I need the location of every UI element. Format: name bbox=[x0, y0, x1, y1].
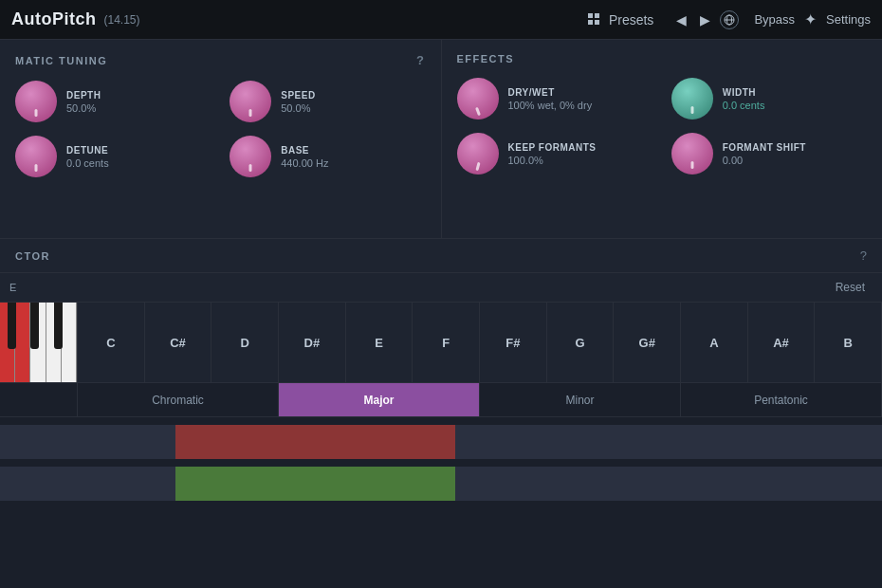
note-label-Dsharp: D# bbox=[304, 336, 321, 350]
effects-knobs: DRY/WET 100% wet, 0% dry WIDTH 0.0 cents bbox=[457, 78, 868, 175]
width-knob[interactable] bbox=[671, 78, 713, 119]
bar-fill-red bbox=[175, 425, 455, 459]
top-panels: MATIC TUNING ? DEPTH 50.0% bbox=[0, 40, 882, 239]
settings-button[interactable]: Settings bbox=[826, 12, 871, 27]
note-key-Fsharp[interactable]: F# bbox=[480, 303, 547, 382]
note-key-G[interactable]: G bbox=[547, 303, 615, 382]
current-key: E bbox=[9, 282, 28, 293]
grid-icon bbox=[588, 13, 601, 27]
effects-title: EFFECTS bbox=[457, 53, 868, 64]
scale-btn-major[interactable]: Major bbox=[279, 383, 480, 416]
presets-label: Presets bbox=[609, 12, 653, 28]
note-key-C[interactable]: C bbox=[78, 303, 145, 382]
note-label-Gsharp: G# bbox=[639, 336, 655, 350]
formantshift-label: FORMANT SHIFT bbox=[723, 142, 806, 153]
app-version: (14.15) bbox=[104, 13, 140, 27]
corrector-section: CTOR ? E Reset bbox=[0, 239, 882, 588]
note-key-D[interactable]: D bbox=[211, 303, 279, 382]
note-key-Gsharp[interactable]: G# bbox=[614, 303, 681, 382]
note-keys: CC#DD#EFF#GG#AA#B bbox=[78, 303, 882, 382]
bottom-bars bbox=[0, 417, 882, 588]
drywet-label: DRY/WET bbox=[508, 87, 593, 98]
note-key-Csharp[interactable]: C# bbox=[145, 303, 212, 382]
base-knob[interactable] bbox=[230, 136, 271, 177]
drywet-knob-item: DRY/WET 100% wet, 0% dry bbox=[457, 78, 652, 119]
tuning-panel: MATIC TUNING ? DEPTH 50.0% bbox=[0, 40, 442, 238]
svg-rect-0 bbox=[588, 13, 593, 18]
detune-value: 0.0 cents bbox=[66, 157, 109, 169]
base-label: BASE bbox=[281, 145, 328, 156]
detune-label: DETUNE bbox=[66, 145, 109, 156]
key-row: E Reset bbox=[0, 273, 882, 303]
reset-button[interactable]: Reset bbox=[828, 279, 873, 296]
scale-row: ChromaticMajorMinorPentatonic bbox=[0, 383, 882, 417]
note-label-G: G bbox=[575, 336, 584, 350]
svg-rect-3 bbox=[595, 20, 599, 25]
note-label-B: B bbox=[844, 336, 853, 350]
speed-value: 50.0% bbox=[281, 102, 315, 114]
formantshift-knob-item: FORMANT SHIFT 0.00 bbox=[671, 133, 867, 175]
bar-row-1 bbox=[0, 425, 882, 459]
scale-buttons: ChromaticMajorMinorPentatonic bbox=[78, 383, 882, 416]
tuning-knobs: DEPTH 50.0% SPEED 50.0% bbox=[15, 81, 426, 177]
nav-prev[interactable]: ◀ bbox=[672, 10, 690, 29]
width-knob-item: WIDTH 0.0 cents bbox=[671, 78, 867, 119]
note-key-F[interactable]: F bbox=[413, 303, 480, 382]
depth-knob-item: DEPTH 50.0% bbox=[15, 81, 211, 122]
speed-knob[interactable] bbox=[230, 81, 271, 122]
formants-value: 100.0% bbox=[508, 155, 597, 166]
width-value: 0.0 cents bbox=[723, 100, 765, 111]
bar-row-2 bbox=[0, 467, 882, 501]
base-value: 440.00 Hz bbox=[281, 157, 328, 169]
presets-button[interactable]: Presets bbox=[588, 12, 653, 28]
corrector-header: CTOR ? bbox=[0, 239, 882, 273]
main-content: MATIC TUNING ? DEPTH 50.0% bbox=[0, 40, 882, 588]
corrector-help[interactable]: ? bbox=[860, 248, 867, 263]
base-knob-item: BASE 440.00 Hz bbox=[230, 136, 425, 177]
depth-value: 50.0% bbox=[66, 102, 101, 114]
formants-label: KEEP FORMANTS bbox=[508, 142, 597, 153]
note-label-C: C bbox=[106, 336, 115, 350]
scale-btn-minor[interactable]: Minor bbox=[480, 383, 681, 416]
bypass-button[interactable]: Bypass bbox=[754, 12, 795, 27]
fork-icon[interactable]: ✦ bbox=[804, 10, 817, 28]
note-key-Asharp[interactable]: A# bbox=[748, 303, 816, 382]
effects-panel: EFFECTS DRY/WET 100% wet, 0% dry bbox=[442, 40, 883, 238]
speed-knob-item: SPEED 50.0% bbox=[230, 81, 425, 122]
corrector-title: CTOR bbox=[15, 250, 50, 262]
depth-label: DEPTH bbox=[66, 90, 101, 101]
nav-globe[interactable] bbox=[720, 10, 739, 29]
drywet-knob[interactable] bbox=[457, 78, 499, 119]
bar-fill-green bbox=[175, 467, 455, 501]
scale-btn-pentatonic[interactable]: Pentatonic bbox=[681, 383, 882, 416]
formantshift-knob[interactable] bbox=[671, 133, 713, 175]
svg-rect-1 bbox=[595, 13, 599, 18]
detune-knob[interactable] bbox=[15, 136, 57, 177]
piano-keys-area: CC#DD#EFF#GG#AA#B bbox=[0, 303, 882, 383]
note-label-D: D bbox=[240, 336, 248, 350]
formants-knob-item: KEEP FORMANTS 100.0% bbox=[457, 133, 652, 175]
note-key-Dsharp[interactable]: D# bbox=[279, 303, 346, 382]
header: AutoPitch (14.15) Presets ◀ ▶ Bypass ✦ S… bbox=[0, 0, 882, 40]
note-label-E: E bbox=[375, 336, 383, 350]
tuning-help[interactable]: ? bbox=[416, 53, 425, 67]
app-title: AutoPitch bbox=[11, 9, 97, 29]
svg-rect-2 bbox=[588, 20, 593, 25]
width-label: WIDTH bbox=[723, 87, 765, 98]
formantshift-value: 0.00 bbox=[723, 155, 806, 166]
header-nav: ◀ ▶ bbox=[672, 10, 739, 29]
corrector-body: E Reset bbox=[0, 273, 882, 588]
formants-knob[interactable] bbox=[457, 133, 499, 175]
note-key-B[interactable]: B bbox=[815, 303, 882, 382]
speed-label: SPEED bbox=[281, 90, 315, 101]
note-key-E[interactable]: E bbox=[346, 303, 413, 382]
piano-graphic bbox=[0, 303, 78, 382]
scale-btn-chromatic[interactable]: Chromatic bbox=[78, 383, 279, 416]
depth-knob[interactable] bbox=[15, 81, 57, 122]
nav-next[interactable]: ▶ bbox=[696, 10, 714, 29]
drywet-value: 100% wet, 0% dry bbox=[508, 100, 593, 111]
note-label-Csharp: C# bbox=[170, 336, 186, 350]
note-label-A: A bbox=[709, 336, 718, 350]
note-key-A[interactable]: A bbox=[681, 303, 748, 382]
detune-knob-item: DETUNE 0.0 cents bbox=[15, 136, 211, 177]
